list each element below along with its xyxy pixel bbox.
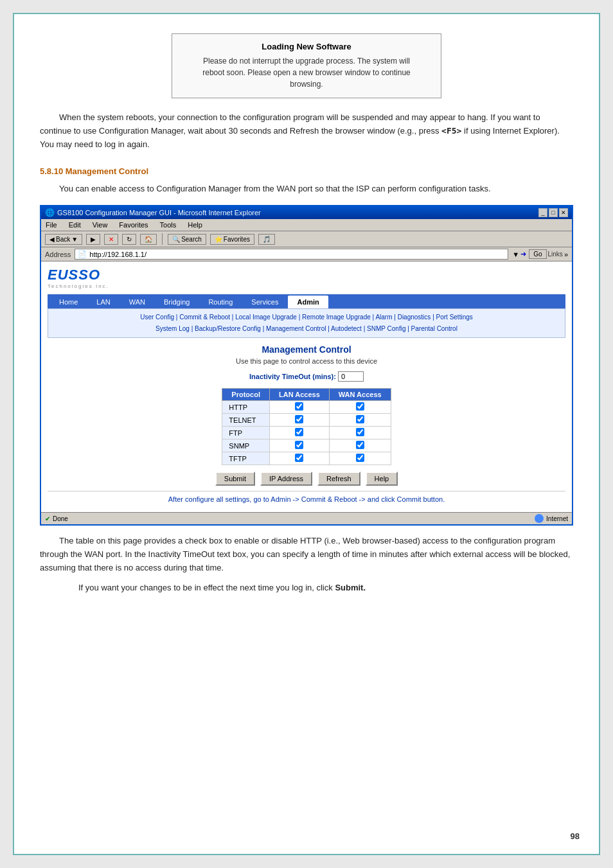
favorites-toolbar-button[interactable]: ⭐ Favorites [210,234,254,245]
status-bar: ✔ Done Internet [41,512,572,524]
subnav-snmp-config[interactable]: SNMP Config [367,325,405,332]
sub-nav: User Config | Commit & Reboot | Local Im… [48,308,565,338]
telnet-lan-checkbox[interactable] [295,415,303,423]
browser-content: EUSSO Technologies Inc. Home LAN WAN Bri… [41,261,572,512]
ftp-lan-checkbox[interactable] [295,428,303,436]
tab-routing[interactable]: Routing [199,296,242,308]
browser-titlebar: 🌐 GS8100 Configuration Manager GUI - Mic… [41,206,572,219]
maximize-button[interactable]: □ [549,208,558,217]
snmp-lan-checkbox[interactable] [295,441,303,449]
content-page-title: Management Control [48,344,565,355]
help-button[interactable]: Help [366,472,398,486]
subnav-remote-image[interactable]: Remote Image Upgrade [302,314,371,321]
links-button[interactable]: Links [548,251,563,258]
go-button[interactable]: Go [529,249,546,259]
telnet-wan-checkbox[interactable] [356,415,364,423]
table-row: TFTP [222,452,391,465]
address-value[interactable]: http://192.168.1.1/ [89,251,147,258]
col-wan-access: WAN Access [329,389,391,401]
menu-bar: File Edit View Favorites Tools Help [41,219,572,231]
bottom-paragraph-1: The table on this page provides a check … [40,535,573,574]
management-table: Protocol LAN Access WAN Access HTTP TELN… [222,388,391,465]
menu-file[interactable]: File [44,220,59,229]
subnav-autodetect[interactable]: Autodetect [331,325,362,332]
subnav-system-log[interactable]: System Log [155,325,190,332]
stop-icon: ✕ [109,236,114,243]
forward-arrow-icon: ▶ [91,236,96,243]
tab-lan[interactable]: LAN [87,296,119,308]
telnet-lan-cell [269,414,329,427]
ip-address-button[interactable]: IP Address [260,472,312,486]
menu-help[interactable]: Help [186,220,204,229]
section-paragraph: You can enable access to Configuration M… [40,182,573,196]
stop-button[interactable]: ✕ [104,234,118,245]
menu-view[interactable]: View [91,220,110,229]
subnav-user-config[interactable]: User Config [140,314,174,321]
subnav-backup-restore[interactable]: Backup/Restore Config [195,325,261,332]
tab-bridging[interactable]: Bridging [155,296,199,308]
done-icon: ✔ [45,515,50,522]
tftp-lan-checkbox[interactable] [295,454,303,462]
forward-button[interactable]: ▶ [86,234,100,245]
subnav-diagnostics[interactable]: Diagnostics [398,314,431,321]
protocol-telnet: TELNET [222,414,270,427]
tab-home[interactable]: Home [50,296,87,308]
dropdown-arrow-icon[interactable]: ▼ [512,251,519,258]
http-wan-checkbox[interactable] [356,402,364,411]
ftp-lan-cell [269,427,329,439]
address-bar: Address 📄 http://192.168.1.1/ ▼ ➜ Go Lin… [41,247,572,261]
nav-tabs: Home LAN WAN Bridging Routing Services A… [48,294,565,308]
refresh-icon: ↻ [127,236,132,243]
page-container: Loading New Software Please do not inter… [13,13,600,855]
tab-admin[interactable]: Admin [288,296,328,308]
subnav-local-image[interactable]: Local Image Upgrade [235,314,297,321]
refresh-button[interactable]: Refresh [317,472,360,486]
browser-title: 🌐 GS8100 Configuration Manager GUI - Mic… [45,208,261,217]
ftp-wan-checkbox[interactable] [356,428,364,436]
close-button[interactable]: ✕ [559,208,568,217]
after-configure-text: After configure all settings, go to Admi… [48,491,565,507]
browser-window: 🌐 GS8100 Configuration Manager GUI - Mic… [40,205,573,526]
tab-services[interactable]: Services [242,296,287,308]
logo-subtitle: Technologies Inc. [48,283,565,289]
inactivity-input[interactable] [338,371,364,382]
back-arrow-icon: ◀ [49,236,55,243]
loading-body: Please do not interrupt the upgrade proc… [185,55,428,90]
media-icon: 🎵 [263,236,271,243]
tftp-lan-cell [269,452,329,465]
address-label: Address [45,251,71,258]
media-button[interactable]: 🎵 [258,234,275,245]
internet-icon [535,514,544,523]
subnav-port-settings[interactable]: Port Settings [436,314,473,321]
subnav-commit-reboot[interactable]: Commit & Reboot [179,314,230,321]
search-icon: 🔍 [172,236,180,243]
search-toolbar-button[interactable]: 🔍 Search [168,234,206,245]
page-number: 98 [571,831,580,841]
refresh-toolbar-button[interactable]: ↻ [122,234,136,245]
back-button[interactable]: ◀ Back ▼ [45,234,82,245]
menu-edit[interactable]: Edit [67,220,83,229]
snmp-wan-checkbox[interactable] [356,441,364,449]
status-done: ✔ Done [45,515,68,522]
ftp-wan-cell [329,427,391,439]
submit-button[interactable]: Submit [215,472,255,486]
subnav-management-control[interactable]: Management Control [266,325,326,332]
telnet-wan-cell [329,414,391,427]
protocol-tftp: TFTP [222,452,270,465]
tab-wan[interactable]: WAN [120,296,154,308]
content-subtitle: Use this page to control access to this … [48,357,565,365]
address-input-container: 📄 http://192.168.1.1/ [75,249,508,260]
subnav-alarm[interactable]: Alarm [375,314,392,321]
home-toolbar-button[interactable]: 🏠 [140,234,157,245]
tftp-wan-checkbox[interactable] [356,454,364,462]
snmp-lan-cell [269,439,329,452]
minimize-button[interactable]: _ [538,208,547,217]
menu-tools[interactable]: Tools [158,220,179,229]
ie-icon: 🌐 [45,208,55,217]
subnav-parental-control[interactable]: Parental Control [411,325,458,332]
bottom-buttons: Submit IP Address Refresh Help [48,472,565,486]
bottom-paragraph-2: If you want your changes to be in effect… [40,581,573,595]
http-lan-checkbox[interactable] [295,402,303,411]
menu-favorites[interactable]: Favorites [117,220,150,229]
window-controls[interactable]: _ □ ✕ [538,208,568,217]
